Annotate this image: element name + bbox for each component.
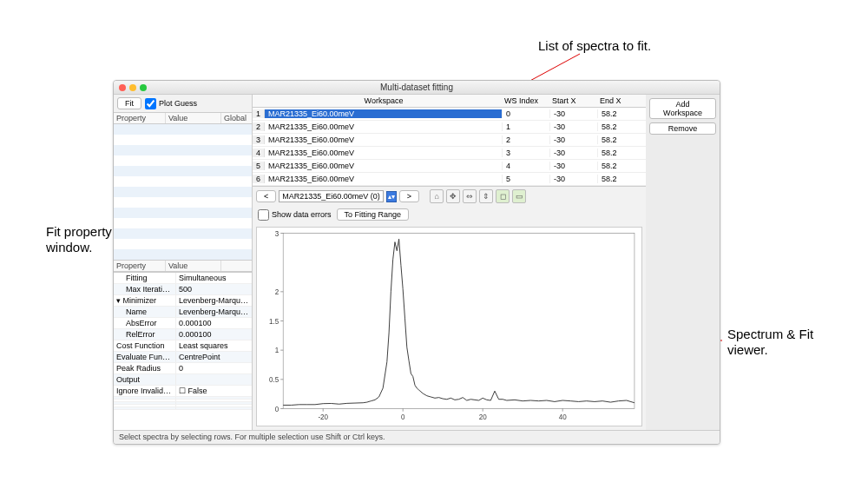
col-value-2: Value: [166, 261, 221, 271]
workspace-table[interactable]: 1MAR21335_Ei60.00meV0-3058.22MAR21335_Ei…: [253, 108, 646, 187]
annotation-spectrum-viewer-1: Spectrum & Fit: [727, 327, 813, 341]
right-panel: Add Workspace Remove: [646, 95, 720, 430]
nav-row: < MAR21335_Ei60.00meV (0) ▴▾ > ⌂ ✥ ⇔ ⇕ ◻…: [253, 187, 646, 206]
prop-row[interactable]: Ignore Invalid …☐ False: [114, 386, 252, 397]
col-workspace: Workspace: [265, 95, 503, 107]
svg-text:20: 20: [479, 413, 487, 421]
statusbar: Select spectra by selecting rows. For mu…: [114, 430, 720, 444]
prop-header-2: Property Value: [114, 260, 252, 272]
svg-text:-20: -20: [318, 413, 328, 421]
col-ws-index: WS Index: [503, 95, 550, 107]
show-errors-label: Show data errors: [272, 210, 332, 219]
pan-icon[interactable]: ✥: [446, 189, 460, 203]
options-row: Show data errors To Fitting Range: [253, 206, 646, 223]
svg-text:1: 1: [275, 346, 279, 354]
col-value: Value: [166, 113, 221, 123]
titlebar: Multi-dataset fitting: [114, 81, 720, 95]
plot-guess-label: Plot Guess: [159, 99, 197, 108]
region-icon[interactable]: ▭: [512, 189, 526, 203]
fit-x-icon[interactable]: ⇔: [463, 189, 477, 203]
svg-text:2: 2: [275, 287, 279, 296]
prop-row[interactable]: ▾ MinimizerLevenberg-Marquardt: [114, 295, 252, 307]
table-row[interactable]: 6MAR21335_Ei60.00meV5-3058.2: [253, 173, 646, 186]
table-row[interactable]: 3MAR21335_Ei60.00meV2-3058.2: [253, 134, 646, 147]
prev-button[interactable]: <: [256, 190, 276, 202]
svg-text:3: 3: [275, 228, 279, 237]
svg-text:0.5: 0.5: [269, 375, 279, 384]
table-row[interactable]: 2MAR21335_Ei60.00meV1-3058.2: [253, 121, 646, 134]
col-property: Property: [114, 113, 166, 123]
annotation-spectra-list: List of spectra to fit.: [538, 38, 651, 53]
col-end-x: End X: [598, 95, 646, 107]
prop-row[interactable]: NameLevenberg-Marqu…: [114, 307, 252, 318]
add-workspace-button[interactable]: Add Workspace: [649, 98, 716, 119]
prop-row[interactable]: Output: [114, 374, 252, 386]
show-errors-checkbox[interactable]: Show data errors: [258, 209, 332, 221]
col-global: Global: [221, 113, 252, 123]
prop-row[interactable]: Evaluate Func…CentrePoint: [114, 352, 252, 363]
plot-guess-input[interactable]: [145, 98, 156, 109]
home-icon[interactable]: ⌂: [430, 189, 444, 203]
remove-button[interactable]: Remove: [649, 122, 716, 135]
workspace-header: Workspace WS Index Start X End X: [253, 95, 646, 108]
prop-row[interactable]: Peak Radius0: [114, 363, 252, 374]
empty-property-rows: [114, 124, 252, 260]
spectrum-selector[interactable]: MAR21335_Ei60.00meV (0): [279, 190, 384, 202]
spectrum-spin[interactable]: ▴▾: [386, 191, 397, 202]
table-row[interactable]: 1MAR21335_Ei60.00meV0-3058.2: [253, 108, 646, 121]
prop-row[interactable]: AbsError0.000100: [114, 318, 252, 329]
svg-rect-3: [283, 234, 635, 409]
table-row[interactable]: 4MAR21335_Ei60.00meV3-3058.2: [253, 147, 646, 160]
col-start-x: Start X: [550, 95, 598, 107]
annotation-spectrum-viewer-2: viewer.: [727, 342, 768, 357]
annotation-fit-prop-2: window.: [46, 240, 92, 254]
svg-text:40: 40: [559, 413, 567, 421]
table-row[interactable]: 5MAR21335_Ei60.00meV4-3058.2: [253, 160, 646, 173]
fit-button[interactable]: Fit: [117, 97, 141, 109]
fit-y-icon[interactable]: ⇕: [479, 189, 493, 203]
show-errors-input[interactable]: [258, 209, 269, 221]
next-button[interactable]: >: [399, 190, 419, 202]
svg-text:0: 0: [275, 404, 279, 413]
prop-row[interactable]: Cost FunctionLeast squares: [114, 340, 252, 352]
prop-row[interactable]: FittingSimultaneous: [114, 273, 252, 284]
app-window: Multi-dataset fitting Fit Plot Guess Pro…: [113, 80, 720, 445]
plot-guess-checkbox[interactable]: Plot Guess: [145, 98, 197, 109]
annotation-fit-prop-1: Fit property: [46, 224, 112, 239]
fit-property-panel: Fit Plot Guess Property Value Global Pro…: [114, 95, 253, 430]
spectrum-plot[interactable]: -200204000.511.523: [256, 227, 642, 426]
center-panel: Workspace WS Index Start X End X 1MAR213…: [253, 95, 646, 430]
zoom-icon[interactable]: ◻: [496, 189, 510, 203]
svg-text:1.5: 1.5: [269, 316, 279, 325]
fit-range-button[interactable]: To Fitting Range: [337, 208, 410, 221]
prop-row[interactable]: Max Iterations500: [114, 284, 252, 295]
window-title: Multi-dataset fitting: [114, 83, 720, 92]
fit-properties-table[interactable]: FittingSimultaneousMax Iterations500▾ Mi…: [114, 272, 252, 430]
prop-header-1: Property Value Global: [114, 112, 252, 124]
svg-text:0: 0: [401, 413, 405, 421]
col-property-2: Property: [114, 261, 166, 271]
prop-row[interactable]: RelError0.000100: [114, 329, 252, 340]
